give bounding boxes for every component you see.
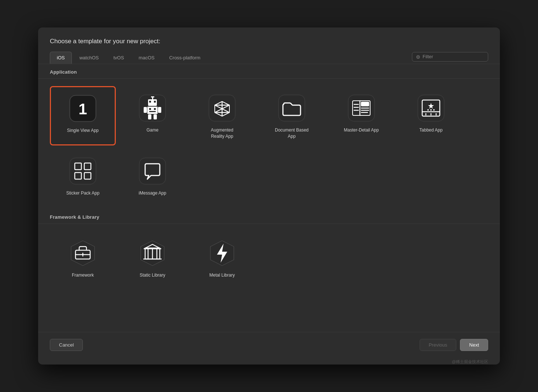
svg-point-52	[433, 109, 435, 111]
tab-tvos[interactable]: tvOS	[106, 52, 131, 64]
single-view-app-icon: 1	[68, 94, 97, 123]
imessage-app-label: iMessage App	[139, 190, 166, 196]
static-library-icon	[138, 238, 167, 268]
svg-point-51	[430, 109, 432, 111]
imessage-app-icon	[138, 156, 167, 186]
svg-text:1: 1	[78, 100, 87, 118]
filter-box: ⊜	[412, 52, 488, 62]
svg-rect-6	[149, 101, 151, 103]
master-detail-app-label: Master-Detail App	[344, 127, 379, 133]
template-item-master-detail-app[interactable]: Master-Detail App	[328, 86, 394, 145]
svg-point-50	[427, 109, 429, 111]
document-based-app-label: Document BasedApp	[275, 127, 309, 140]
previous-button[interactable]: Previous	[420, 339, 457, 351]
application-grid: 1 Single View App	[38, 82, 500, 209]
tab-watchos[interactable]: watchOS	[73, 52, 106, 64]
section-divider-application	[38, 78, 500, 79]
svg-rect-59	[140, 159, 165, 184]
template-item-augmented-reality-app[interactable]: AugmentedReality App	[189, 86, 255, 145]
game-label: Game	[147, 127, 159, 133]
metal-library-icon	[207, 238, 237, 268]
cancel-button[interactable]: Cancel	[50, 339, 83, 351]
filter-icon: ⊜	[416, 54, 420, 60]
svg-rect-7	[154, 101, 156, 103]
tabbed-app-label: Tabbed App	[419, 127, 442, 133]
framework-label: Framework	[72, 272, 94, 278]
template-item-game[interactable]: Game	[119, 86, 185, 145]
augmented-reality-app-label: AugmentedReality App	[211, 127, 233, 140]
tabbed-app-icon	[416, 93, 446, 123]
framework-library-grid: Framework	[38, 228, 500, 292]
svg-rect-53	[70, 159, 95, 184]
svg-rect-15	[149, 108, 151, 110]
template-item-imessage-app[interactable]: iMessage App	[119, 149, 185, 202]
section-header-application: Application	[38, 64, 500, 78]
svg-rect-12	[158, 107, 161, 113]
master-detail-app-icon	[347, 93, 376, 123]
template-item-document-based-app[interactable]: Document BasedApp	[259, 86, 325, 145]
template-item-tabbed-app[interactable]: Tabbed App	[398, 86, 464, 145]
framework-icon	[68, 238, 97, 268]
tab-ios[interactable]: iOS	[50, 52, 72, 64]
template-chooser-dialog: Choose a template for your new project: …	[38, 27, 500, 365]
svg-rect-17	[149, 111, 156, 112]
next-button[interactable]: Next	[460, 339, 488, 351]
svg-rect-13	[148, 114, 151, 119]
dialog-footer: Cancel Previous Next	[38, 332, 500, 358]
augmented-reality-app-icon	[207, 93, 237, 123]
tab-crossplatform[interactable]: Cross-platform	[162, 52, 207, 64]
svg-rect-16	[154, 108, 156, 110]
filter-input[interactable]	[423, 54, 484, 59]
static-library-label: Static Library	[140, 272, 165, 278]
svg-rect-11	[144, 107, 147, 113]
dialog-title: Choose a template for your new project:	[38, 27, 500, 52]
template-item-sticker-pack-app[interactable]: Sticker Pack App	[50, 149, 116, 202]
section-header-framework-library: Framework & Library	[38, 209, 500, 223]
template-item-static-library[interactable]: Static Library	[119, 231, 185, 284]
tabs-row: iOS watchOS tvOS macOS Cross-platform ⊜	[38, 52, 500, 64]
template-item-single-view-app[interactable]: 1 Single View App	[50, 86, 116, 145]
sticker-pack-app-icon	[68, 156, 97, 186]
svg-rect-38	[361, 102, 369, 106]
section-divider-framework-library	[38, 223, 500, 224]
template-item-metal-library[interactable]: Metal Library	[189, 231, 255, 284]
svg-rect-14	[154, 114, 157, 119]
watermark: @稀土掘金技术社区	[38, 358, 500, 365]
svg-rect-9	[151, 96, 154, 97]
document-based-app-icon	[277, 93, 306, 123]
tab-macos[interactable]: macOS	[132, 52, 161, 64]
svg-rect-10	[147, 107, 158, 114]
template-item-framework[interactable]: Framework	[50, 231, 116, 284]
content-area: Application 1 Single View App	[38, 64, 500, 332]
game-icon	[138, 93, 167, 123]
sticker-pack-app-label: Sticker Pack App	[66, 190, 100, 196]
metal-library-label: Metal Library	[209, 272, 235, 278]
single-view-app-label: Single View App	[67, 127, 99, 134]
svg-rect-8	[152, 97, 153, 100]
